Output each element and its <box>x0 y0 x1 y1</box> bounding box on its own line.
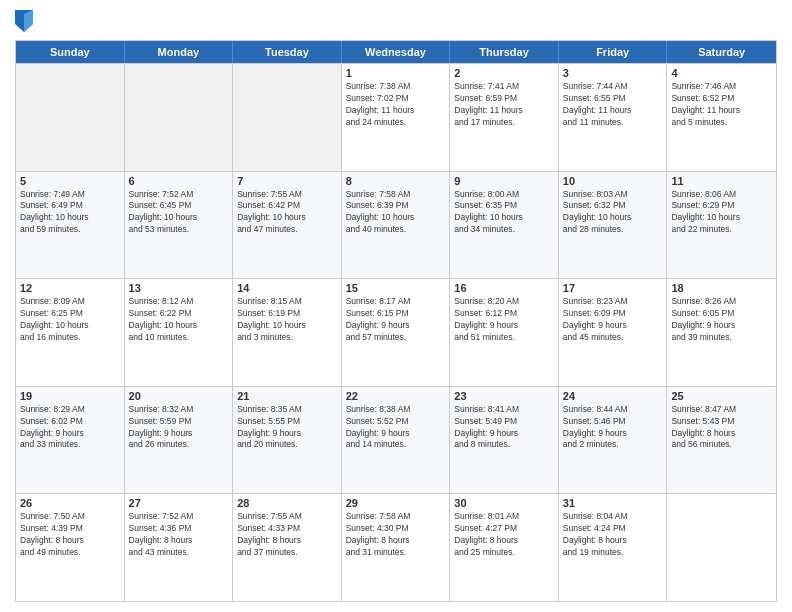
calendar-cell: 25Sunrise: 8:47 AM Sunset: 5:43 PM Dayli… <box>667 387 776 494</box>
calendar-header: SundayMondayTuesdayWednesdayThursdayFrid… <box>16 41 776 63</box>
day-info: Sunrise: 8:09 AM Sunset: 6:25 PM Dayligh… <box>20 296 120 344</box>
logo <box>15 10 38 32</box>
calendar-cell: 8Sunrise: 7:58 AM Sunset: 6:39 PM Daylig… <box>342 172 451 279</box>
calendar-row: 1Sunrise: 7:38 AM Sunset: 7:02 PM Daylig… <box>16 63 776 171</box>
calendar-cell: 18Sunrise: 8:26 AM Sunset: 6:05 PM Dayli… <box>667 279 776 386</box>
day-number: 1 <box>346 67 446 79</box>
day-number: 9 <box>454 175 554 187</box>
calendar-cell: 29Sunrise: 7:58 AM Sunset: 4:30 PM Dayli… <box>342 494 451 601</box>
day-info: Sunrise: 7:55 AM Sunset: 6:42 PM Dayligh… <box>237 189 337 237</box>
day-number: 28 <box>237 497 337 509</box>
day-info: Sunrise: 8:35 AM Sunset: 5:55 PM Dayligh… <box>237 404 337 452</box>
calendar-cell: 9Sunrise: 8:00 AM Sunset: 6:35 PM Daylig… <box>450 172 559 279</box>
day-number: 31 <box>563 497 663 509</box>
day-info: Sunrise: 8:38 AM Sunset: 5:52 PM Dayligh… <box>346 404 446 452</box>
day-number: 20 <box>129 390 229 402</box>
day-info: Sunrise: 7:50 AM Sunset: 4:39 PM Dayligh… <box>20 511 120 559</box>
day-info: Sunrise: 8:41 AM Sunset: 5:49 PM Dayligh… <box>454 404 554 452</box>
calendar-cell <box>125 64 234 171</box>
day-number: 15 <box>346 282 446 294</box>
day-info: Sunrise: 7:41 AM Sunset: 6:59 PM Dayligh… <box>454 81 554 129</box>
calendar-cell: 27Sunrise: 7:52 AM Sunset: 4:36 PM Dayli… <box>125 494 234 601</box>
calendar: SundayMondayTuesdayWednesdayThursdayFrid… <box>15 40 777 602</box>
calendar-cell: 10Sunrise: 8:03 AM Sunset: 6:32 PM Dayli… <box>559 172 668 279</box>
calendar-cell: 3Sunrise: 7:44 AM Sunset: 6:55 PM Daylig… <box>559 64 668 171</box>
calendar-row: 19Sunrise: 8:29 AM Sunset: 6:02 PM Dayli… <box>16 386 776 494</box>
calendar-cell: 16Sunrise: 8:20 AM Sunset: 6:12 PM Dayli… <box>450 279 559 386</box>
calendar-row: 26Sunrise: 7:50 AM Sunset: 4:39 PM Dayli… <box>16 493 776 601</box>
day-number: 19 <box>20 390 120 402</box>
weekday-header: Sunday <box>16 41 125 63</box>
day-info: Sunrise: 8:04 AM Sunset: 4:24 PM Dayligh… <box>563 511 663 559</box>
day-info: Sunrise: 7:58 AM Sunset: 4:30 PM Dayligh… <box>346 511 446 559</box>
calendar-cell <box>667 494 776 601</box>
day-info: Sunrise: 8:17 AM Sunset: 6:15 PM Dayligh… <box>346 296 446 344</box>
day-info: Sunrise: 8:20 AM Sunset: 6:12 PM Dayligh… <box>454 296 554 344</box>
day-info: Sunrise: 7:55 AM Sunset: 4:33 PM Dayligh… <box>237 511 337 559</box>
day-info: Sunrise: 8:26 AM Sunset: 6:05 PM Dayligh… <box>671 296 772 344</box>
calendar-row: 12Sunrise: 8:09 AM Sunset: 6:25 PM Dayli… <box>16 278 776 386</box>
day-number: 17 <box>563 282 663 294</box>
calendar-body: 1Sunrise: 7:38 AM Sunset: 7:02 PM Daylig… <box>16 63 776 601</box>
day-number: 22 <box>346 390 446 402</box>
calendar-cell: 6Sunrise: 7:52 AM Sunset: 6:45 PM Daylig… <box>125 172 234 279</box>
calendar-cell: 11Sunrise: 8:06 AM Sunset: 6:29 PM Dayli… <box>667 172 776 279</box>
day-number: 2 <box>454 67 554 79</box>
calendar-cell: 7Sunrise: 7:55 AM Sunset: 6:42 PM Daylig… <box>233 172 342 279</box>
day-number: 26 <box>20 497 120 509</box>
day-number: 7 <box>237 175 337 187</box>
calendar-cell: 17Sunrise: 8:23 AM Sunset: 6:09 PM Dayli… <box>559 279 668 386</box>
page: SundayMondayTuesdayWednesdayThursdayFrid… <box>0 0 792 612</box>
calendar-cell: 21Sunrise: 8:35 AM Sunset: 5:55 PM Dayli… <box>233 387 342 494</box>
weekday-header: Monday <box>125 41 234 63</box>
day-number: 29 <box>346 497 446 509</box>
calendar-cell: 24Sunrise: 8:44 AM Sunset: 5:46 PM Dayli… <box>559 387 668 494</box>
day-number: 13 <box>129 282 229 294</box>
weekday-header: Tuesday <box>233 41 342 63</box>
day-number: 10 <box>563 175 663 187</box>
calendar-cell: 14Sunrise: 8:15 AM Sunset: 6:19 PM Dayli… <box>233 279 342 386</box>
day-info: Sunrise: 8:47 AM Sunset: 5:43 PM Dayligh… <box>671 404 772 452</box>
header <box>15 10 777 32</box>
calendar-cell: 20Sunrise: 8:32 AM Sunset: 5:59 PM Dayli… <box>125 387 234 494</box>
calendar-cell: 30Sunrise: 8:01 AM Sunset: 4:27 PM Dayli… <box>450 494 559 601</box>
day-info: Sunrise: 8:32 AM Sunset: 5:59 PM Dayligh… <box>129 404 229 452</box>
day-number: 11 <box>671 175 772 187</box>
calendar-cell <box>233 64 342 171</box>
day-info: Sunrise: 8:23 AM Sunset: 6:09 PM Dayligh… <box>563 296 663 344</box>
weekday-header: Friday <box>559 41 668 63</box>
weekday-header: Wednesday <box>342 41 451 63</box>
day-number: 21 <box>237 390 337 402</box>
day-info: Sunrise: 8:03 AM Sunset: 6:32 PM Dayligh… <box>563 189 663 237</box>
day-info: Sunrise: 7:52 AM Sunset: 6:45 PM Dayligh… <box>129 189 229 237</box>
day-info: Sunrise: 8:06 AM Sunset: 6:29 PM Dayligh… <box>671 189 772 237</box>
day-info: Sunrise: 7:49 AM Sunset: 6:49 PM Dayligh… <box>20 189 120 237</box>
day-number: 3 <box>563 67 663 79</box>
calendar-cell: 5Sunrise: 7:49 AM Sunset: 6:49 PM Daylig… <box>16 172 125 279</box>
day-number: 23 <box>454 390 554 402</box>
day-info: Sunrise: 7:38 AM Sunset: 7:02 PM Dayligh… <box>346 81 446 129</box>
logo-icon <box>15 10 33 32</box>
weekday-header: Saturday <box>667 41 776 63</box>
calendar-cell: 26Sunrise: 7:50 AM Sunset: 4:39 PM Dayli… <box>16 494 125 601</box>
day-info: Sunrise: 7:46 AM Sunset: 6:52 PM Dayligh… <box>671 81 772 129</box>
calendar-cell: 19Sunrise: 8:29 AM Sunset: 6:02 PM Dayli… <box>16 387 125 494</box>
day-number: 4 <box>671 67 772 79</box>
calendar-cell: 31Sunrise: 8:04 AM Sunset: 4:24 PM Dayli… <box>559 494 668 601</box>
day-info: Sunrise: 8:15 AM Sunset: 6:19 PM Dayligh… <box>237 296 337 344</box>
calendar-cell: 22Sunrise: 8:38 AM Sunset: 5:52 PM Dayli… <box>342 387 451 494</box>
calendar-cell <box>16 64 125 171</box>
day-info: Sunrise: 7:44 AM Sunset: 6:55 PM Dayligh… <box>563 81 663 129</box>
day-number: 30 <box>454 497 554 509</box>
day-number: 8 <box>346 175 446 187</box>
day-info: Sunrise: 8:29 AM Sunset: 6:02 PM Dayligh… <box>20 404 120 452</box>
calendar-cell: 15Sunrise: 8:17 AM Sunset: 6:15 PM Dayli… <box>342 279 451 386</box>
day-info: Sunrise: 8:44 AM Sunset: 5:46 PM Dayligh… <box>563 404 663 452</box>
day-number: 24 <box>563 390 663 402</box>
calendar-cell: 2Sunrise: 7:41 AM Sunset: 6:59 PM Daylig… <box>450 64 559 171</box>
day-number: 14 <box>237 282 337 294</box>
calendar-cell: 23Sunrise: 8:41 AM Sunset: 5:49 PM Dayli… <box>450 387 559 494</box>
calendar-row: 5Sunrise: 7:49 AM Sunset: 6:49 PM Daylig… <box>16 171 776 279</box>
day-info: Sunrise: 8:01 AM Sunset: 4:27 PM Dayligh… <box>454 511 554 559</box>
day-number: 5 <box>20 175 120 187</box>
